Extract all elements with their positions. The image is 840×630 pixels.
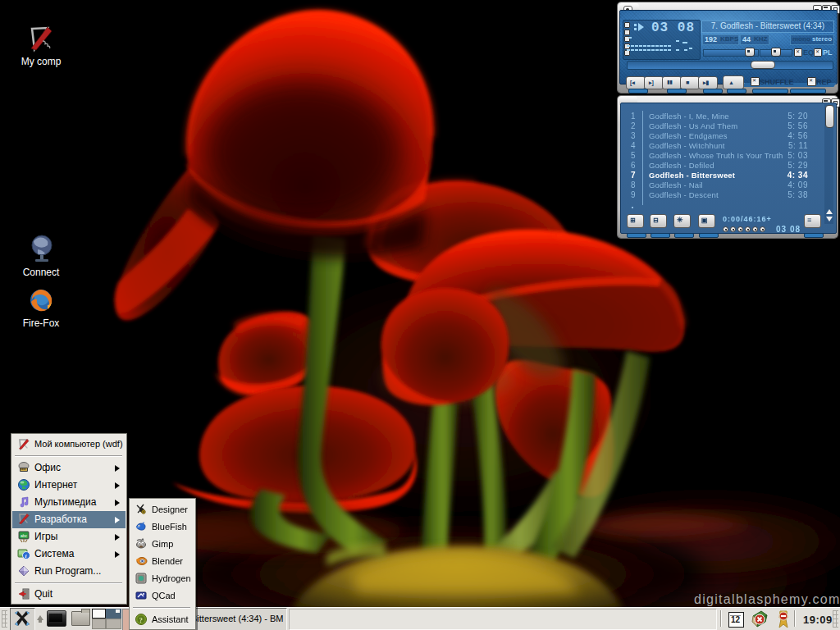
svg-text:digitalblasphemy.com: digitalblasphemy.com [694,592,840,606]
svg-text:i: i [25,553,27,559]
svg-text:?: ? [139,616,144,624]
svg-text:abc: abc [21,533,28,538]
